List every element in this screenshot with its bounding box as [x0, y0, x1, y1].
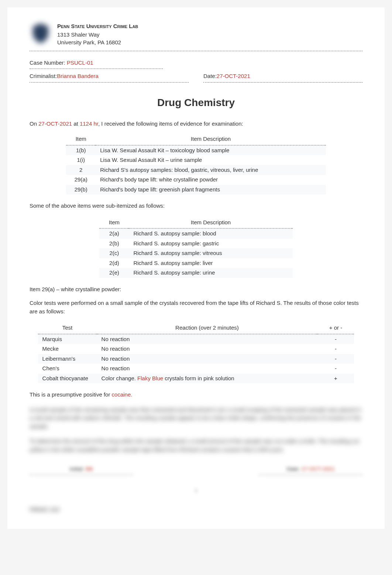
footer-course: FRNSC 210: [30, 506, 362, 514]
redacted-paragraph-1: A small sample of the remaining sample w…: [30, 406, 362, 431]
sub-col-item: Item: [99, 217, 129, 229]
document-title: Drug Chemistry: [30, 95, 362, 110]
lab-name: Penn State University Crime Lab: [57, 22, 362, 31]
criminalist-row: Criminalist: Brianna Bandera: [30, 72, 189, 83]
table-row: 1(i)Lisa W. Sexual Assault Kit – urine s…: [66, 155, 326, 165]
case-number-value: PSUCL-01: [67, 59, 93, 66]
shield-logo: [30, 22, 52, 44]
test-result: -: [317, 354, 354, 364]
test-reaction: No reaction: [97, 334, 317, 344]
test-reaction: No reaction: [97, 354, 317, 364]
test-reaction: No reaction: [97, 364, 317, 374]
sub-item-id: 2(c): [99, 248, 129, 258]
criminalist-label: Criminalist:: [30, 72, 57, 81]
item-desc: Richard's body tape lift: white crystall…: [96, 175, 326, 185]
redacted-paragraph-2: To determine the amount of the drug with…: [30, 437, 362, 454]
intro-paragraph: On 27-OCT-2021 at 1124 hr, I received th…: [30, 120, 362, 128]
test-name: Cobalt thiocyanate: [38, 374, 97, 384]
presumptive-result: This is a presumptive positive for cocai…: [30, 391, 362, 399]
lab-address-line2: University Park, PA 16802: [57, 38, 362, 46]
item-desc: Richard S's autopsy samples: blood, gast…: [96, 165, 326, 175]
sub-item-id: 2(d): [99, 258, 129, 268]
table-row: 2(d)Richard S. autopsy sample: liver: [99, 258, 292, 268]
table-row: 2(e)Richard S. autopsy sample: urine: [99, 268, 292, 278]
test-name: Mecke: [38, 344, 97, 354]
test-name: Marquis: [38, 334, 97, 344]
items-col-item: Item: [66, 133, 96, 145]
sub-item-id: 2(e): [99, 268, 129, 278]
item-desc: Lisa W. Sexual Assault Kit – urine sampl…: [96, 155, 326, 165]
sub-item-desc: Richard S. autopsy sample: blood: [129, 228, 292, 239]
test-name: Chen's: [38, 364, 97, 374]
signature-initial: Initial: BB: [30, 465, 133, 475]
case-number-row: Case Number: PSUCL-01: [30, 59, 163, 69]
color-col-test: Test: [38, 322, 97, 334]
date-row: Date: 27-OCT-2021: [203, 72, 362, 83]
letterhead: Penn State University Crime Lab 1313 Sha…: [30, 22, 362, 51]
item-desc: Lisa W. Sexual Assault Kit – toxicology …: [96, 145, 326, 156]
sub-item-desc: Richard S. autopsy sample: gastric: [129, 239, 292, 249]
sub-item-desc: Richard S. autopsy sample: urine: [129, 268, 292, 278]
item-id: 29(b): [66, 185, 96, 195]
color-col-result: + or -: [317, 322, 354, 334]
sub-item-id: 2(a): [99, 228, 129, 239]
color-col-reaction: Reaction (over 2 minutes): [97, 322, 317, 334]
page-number: 1: [30, 486, 362, 495]
case-number-label: Case Number:: [30, 59, 67, 66]
test-reaction: Color change. Flaky Blue crystals form i…: [97, 374, 317, 384]
item-id: 1(i): [66, 155, 96, 165]
sub-intro: Some of the above items were sub-itemize…: [30, 202, 362, 210]
table-row: Chen'sNo reaction-: [38, 364, 354, 374]
table-row: MarquisNo reaction-: [38, 334, 354, 344]
item-desc: Richard's body tape lift: greenish plant…: [96, 185, 326, 195]
sub-item-desc: Richard S. autopsy sample: liver: [129, 258, 292, 268]
color-test-intro: Color tests were performed on a small sa…: [30, 299, 362, 316]
signature-date: Date: 27-OCT-2021: [259, 465, 362, 475]
signature-row: Initial: BB Date: 27-OCT-2021: [30, 465, 362, 475]
item-id: 2: [66, 165, 96, 175]
lab-address-line1: 1313 Shaler Way: [57, 31, 362, 38]
table-row: 2(c)Richard S. autopsy sample: vitreous: [99, 248, 292, 258]
criminalist-value: Brianna Bandera: [57, 72, 99, 81]
color-tests-table: Test Reaction (over 2 minutes) + or - Ma…: [38, 322, 354, 383]
table-row: 1(b)Lisa W. Sexual Assault Kit – toxicol…: [66, 145, 326, 156]
table-row: 2(a)Richard S. autopsy sample: blood: [99, 228, 292, 239]
date-label: Date:: [203, 72, 217, 81]
table-row: 2Richard S's autopsy samples: blood, gas…: [66, 165, 326, 175]
test-result: -: [317, 334, 354, 344]
table-row: 2(b)Richard S. autopsy sample: gastric: [99, 239, 292, 249]
test-name: Leibermann's: [38, 354, 97, 364]
test-result: -: [317, 364, 354, 374]
sub-item-id: 2(b): [99, 239, 129, 249]
test-reaction: No reaction: [97, 344, 317, 354]
items-col-desc: Item Description: [96, 133, 326, 145]
evidence-items-table: Item Item Description 1(b)Lisa W. Sexual…: [66, 133, 326, 194]
table-row: MeckeNo reaction-: [38, 344, 354, 354]
sub-col-desc: Item Description: [129, 217, 292, 229]
presumptive-drug: cocaine.: [112, 391, 133, 398]
document-page: Penn State University Crime Lab 1313 Sha…: [7, 7, 385, 529]
table-row: Cobalt thiocyanateColor change. Flaky Bl…: [38, 374, 354, 384]
table-row: 29(b)Richard's body tape lift: greenish …: [66, 185, 326, 195]
intro-time: 1124 hr: [80, 120, 98, 127]
letterhead-text: Penn State University Crime Lab 1313 Sha…: [57, 22, 362, 46]
item-id: 1(b): [66, 145, 96, 156]
test-result: +: [317, 374, 354, 384]
item-29a-label: Item 29(a) – white crystalline powder:: [30, 285, 362, 294]
item-id: 29(a): [66, 175, 96, 185]
table-row: Leibermann'sNo reaction-: [38, 354, 354, 364]
test-result: -: [317, 344, 354, 354]
table-row: 29(a)Richard's body tape lift: white cry…: [66, 175, 326, 185]
sub-items-table: Item Item Description 2(a)Richard S. aut…: [99, 217, 292, 278]
sub-item-desc: Richard S. autopsy sample: vitreous: [129, 248, 292, 258]
intro-date: 27-OCT-2021: [38, 120, 72, 127]
date-value: 27-OCT-2021: [217, 72, 250, 81]
